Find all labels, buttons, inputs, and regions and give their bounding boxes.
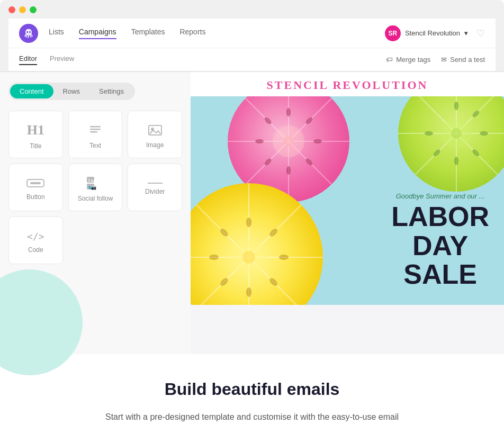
banner-area: STENCIL REVOLUTION (191, 72, 504, 305)
sidebar-tab-settings[interactable]: Settings (89, 84, 133, 98)
nav-link-templates[interactable]: Templates (131, 28, 165, 39)
octopus-icon (23, 28, 34, 39)
email-preview: STENCIL REVOLUTION (191, 72, 504, 354)
svg-text:f: f (88, 178, 90, 183)
content-item-social-label: Social follow (78, 195, 113, 202)
content-item-image-label: Image (146, 141, 164, 149)
content-item-social-follow[interactable]: f in 🐦 📷 Social follow (68, 164, 123, 211)
merge-tags-button[interactable]: 🏷 Merge tags (386, 56, 430, 64)
sub-nav-right: 🏷 Merge tags ✉ Send a test (386, 56, 485, 64)
sidebar-tab-content[interactable]: Content (10, 84, 53, 98)
content-item-code[interactable]: </> Code (8, 216, 63, 264)
sub-nav-preview[interactable]: Preview (50, 55, 74, 65)
svg-rect-5 (90, 131, 97, 133)
svg-rect-4 (90, 129, 101, 130)
account-name: Stencil Revolution (405, 29, 460, 37)
tag-icon: 🏷 (386, 56, 393, 64)
svg-point-37 (471, 110, 480, 119)
app-nav: Lists Campaigns Templates Reports SR Ste… (8, 19, 496, 48)
sidebar-tab-rows[interactable]: Rows (53, 84, 90, 98)
sub-nav: Editor Preview 🏷 Merge tags ✉ Send a tes… (8, 48, 496, 71)
bottom-section: Build beautiful emails Start with a pre-… (0, 354, 504, 424)
sidebar: Content Rows Settings H1 Title Text (0, 72, 191, 354)
send-test-button[interactable]: ✉ Send a test (441, 56, 485, 64)
dot-green[interactable] (30, 6, 37, 13)
content-item-text-label: Text (89, 142, 101, 149)
browser-chrome: Lists Campaigns Templates Reports SR Ste… (0, 0, 504, 72)
text-icon (88, 123, 103, 138)
content-item-image[interactable]: Image (128, 111, 182, 158)
content-item-title-label: Title (30, 142, 41, 150)
sub-nav-left: Editor Preview (19, 55, 74, 65)
svg-point-25 (304, 157, 313, 166)
image-icon (148, 123, 163, 137)
nav-links: Lists Campaigns Templates Reports (49, 28, 385, 39)
brand-header: STENCIL REVOLUTION (191, 72, 504, 96)
svg-point-26 (286, 166, 291, 175)
fruit-lime (398, 96, 504, 192)
dot-red[interactable] (8, 6, 15, 13)
nav-link-reports[interactable]: Reports (179, 28, 205, 39)
nav-link-campaigns[interactable]: Campaigns (79, 28, 116, 39)
svg-point-1 (26, 31, 28, 33)
dot-yellow[interactable] (19, 6, 26, 13)
banner-text: Goodbye Summer and our ... LABOR DAY SAL… (391, 192, 489, 289)
content-item-divider[interactable]: Divider (128, 164, 182, 211)
goodbye-text: Goodbye Summer and our ... (391, 192, 489, 200)
svg-point-22 (286, 108, 291, 116)
svg-rect-9 (30, 182, 41, 184)
svg-point-49 (246, 218, 251, 227)
svg-point-2 (29, 31, 31, 33)
banner-fruits: Goodbye Summer and our ... LABOR DAY SAL… (191, 96, 504, 305)
content-item-code-label: Code (28, 246, 43, 254)
svg-point-23 (304, 116, 313, 125)
code-icon: </> (27, 231, 44, 242)
svg-point-56 (219, 227, 229, 238)
svg-point-27 (264, 157, 273, 166)
main-heading: Build beautiful emails (11, 380, 493, 399)
svg-point-41 (433, 148, 442, 157)
heart-icon[interactable]: ♡ (476, 28, 485, 39)
svg-rect-3 (90, 126, 101, 128)
content-grid: H1 Title Text (8, 111, 182, 264)
sale-text: LABOR DAY SALE (391, 202, 489, 289)
fruit-lemon (191, 183, 323, 305)
sub-nav-editor[interactable]: Editor (19, 55, 37, 65)
svg-point-39 (471, 148, 480, 157)
svg-text:📷: 📷 (91, 185, 96, 190)
sidebar-tabs: Content Rows Settings (8, 83, 135, 100)
divider-icon (148, 183, 163, 184)
main-content: Content Rows Settings H1 Title Text (0, 72, 504, 354)
content-item-divider-label: Divider (145, 188, 165, 195)
svg-point-52 (268, 277, 279, 287)
svg-point-50 (268, 227, 279, 238)
browser-dots (8, 6, 496, 13)
svg-point-51 (279, 255, 289, 260)
main-description: Start with a pre-designed template and c… (98, 410, 406, 424)
mail-icon: ✉ (441, 56, 447, 64)
content-item-text[interactable]: Text (68, 111, 123, 158)
content-item-title[interactable]: H1 Title (8, 111, 63, 158)
content-item-button-label: Button (26, 193, 45, 201)
button-icon (26, 177, 45, 189)
merge-tags-label: Merge tags (396, 56, 430, 64)
chevron-down-icon: ▾ (464, 29, 468, 37)
svg-point-55 (209, 255, 219, 260)
svg-point-42 (425, 131, 433, 136)
svg-point-24 (313, 139, 322, 143)
nav-logo[interactable] (19, 24, 38, 43)
svg-point-28 (255, 139, 264, 143)
h1-icon: H1 (27, 122, 44, 138)
svg-point-36 (454, 102, 458, 110)
svg-point-40 (454, 157, 458, 165)
account-button[interactable]: SR Stencil Revolution ▾ (385, 25, 468, 41)
nav-link-lists[interactable]: Lists (49, 28, 64, 39)
svg-point-54 (219, 277, 229, 287)
svg-point-29 (264, 116, 273, 125)
svg-text:in: in (91, 179, 94, 183)
nav-right: SR Stencil Revolution ▾ ♡ (385, 25, 485, 41)
send-test-label: Send a test (450, 56, 485, 64)
svg-point-53 (246, 287, 251, 297)
content-item-button[interactable]: Button (8, 164, 63, 211)
account-avatar: SR (385, 25, 401, 41)
